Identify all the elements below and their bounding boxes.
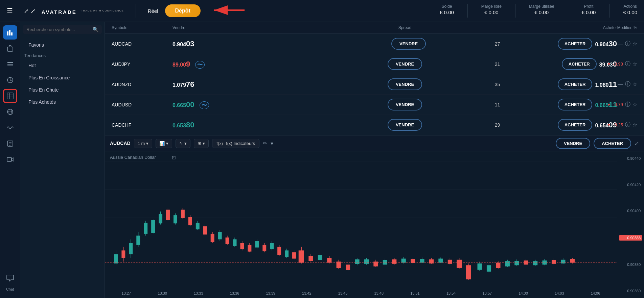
sidebar-icon-news[interactable] xyxy=(3,136,17,151)
time-label-10: 13:57 xyxy=(483,291,492,295)
search-box[interactable]: 🔍 xyxy=(23,25,102,34)
layout-btn[interactable]: ⊞ ▾ xyxy=(194,139,209,148)
sidebar-icon-menu[interactable] xyxy=(3,57,17,71)
svg-rect-80 xyxy=(299,250,304,263)
modifier-val-audjpy: -0.98 xyxy=(613,61,623,67)
info-icon-cadchf[interactable]: ⓘ xyxy=(625,121,630,128)
star-icon-audusd[interactable]: ☆ xyxy=(632,101,637,108)
chart-title: Aussie Canadian Dollar xyxy=(110,155,156,160)
sell-price-audusd: 0.66500 〜 xyxy=(172,100,233,109)
buy-cell-audnzd: ACHETER 1.08011 xyxy=(576,78,617,90)
spread-cell-cadchf: VENDRE xyxy=(391,119,418,131)
indicator-btn[interactable]: f(x) f(x) Indicateurs xyxy=(212,139,259,148)
sidebar-icon-chart[interactable] xyxy=(3,25,17,40)
search-input[interactable] xyxy=(26,27,93,32)
cursor-btn[interactable]: ↖ ▾ xyxy=(176,139,190,148)
svg-rect-100 xyxy=(392,259,396,264)
chart-type-btn[interactable]: 📊 ▾ xyxy=(156,139,172,148)
chart-acheter-btn[interactable]: ACHETER xyxy=(594,138,631,149)
table-row: AUDJPY 89.009 〜 VENDRE 21 ACHETER 89.030… xyxy=(105,54,644,74)
info-icon-audjpy[interactable]: ⓘ xyxy=(625,60,630,68)
star-icon-audjpy[interactable]: ☆ xyxy=(632,61,637,67)
timeframe-chevron: ▾ xyxy=(146,141,148,146)
sidebar-icon-video[interactable] xyxy=(3,152,17,167)
th-acheter: Acheter xyxy=(576,25,617,30)
watchlist-item-hot[interactable]: Hot xyxy=(24,59,100,72)
spread-cell-audnzd: VENDRE xyxy=(391,78,418,90)
watchlist-section: Favoris Tendances Hot Plus En Croissance… xyxy=(20,37,105,110)
svg-rect-46 xyxy=(174,215,177,223)
watchlist-item-chute[interactable]: Plus En Chute xyxy=(24,84,100,96)
modifier-val-audusd: -0.79 xyxy=(613,102,623,107)
vendre-btn-audjpy[interactable]: VENDRE xyxy=(388,58,422,70)
modifier-dash-audnzd: — xyxy=(618,81,623,88)
market-table: Symbole Vendre Spread Acheter Modifier, … xyxy=(105,22,644,135)
svg-rect-130 xyxy=(533,261,537,265)
svg-rect-110 xyxy=(438,258,443,263)
svg-rect-106 xyxy=(420,259,424,263)
price-label-1: 0.90420 xyxy=(619,183,642,187)
spread-val-audcad: 27 xyxy=(418,41,576,47)
acheter-btn-audjpy[interactable]: ACHETER xyxy=(562,58,597,70)
symbol-audnzd: AUDNZD xyxy=(112,82,172,87)
vendre-btn-cadchf[interactable]: VENDRE xyxy=(388,119,422,131)
star-icon-audnzd[interactable]: ☆ xyxy=(632,81,637,88)
chart-vendre-btn[interactable]: VENDRE xyxy=(556,138,590,149)
watchlist-item-croissance[interactable]: Plus En Croissance xyxy=(24,72,100,84)
time-label-4: 13:39 xyxy=(266,291,275,295)
sidebar-icon-table[interactable] xyxy=(3,89,17,103)
modifier-cell-cadchf: ▼ -0.25 ⓘ ☆ xyxy=(617,121,637,128)
menu-toggle-icon[interactable]: ☰ xyxy=(7,7,13,15)
watchlist-item-achetes[interactable]: Plus Achetés xyxy=(24,96,100,108)
svg-rect-138 xyxy=(570,259,575,263)
sidebar: Chat xyxy=(0,22,20,298)
svg-rect-136 xyxy=(561,260,565,264)
svg-rect-5 xyxy=(7,47,13,51)
depot-button[interactable]: Dépôt xyxy=(165,4,201,17)
sidebar-icon-portfolio[interactable] xyxy=(3,41,17,55)
vendre-btn-audusd[interactable]: VENDRE xyxy=(388,99,422,110)
svg-rect-120 xyxy=(487,265,491,272)
vendre-btn-audnzd[interactable]: VENDRE xyxy=(388,78,422,90)
svg-rect-70 xyxy=(262,245,266,251)
spread-val-cadchf: 29 xyxy=(418,122,576,128)
logo-ava-text: ⟋⟋ AVATRADE xyxy=(23,5,77,16)
chevron-cadchf: ▼ xyxy=(607,123,611,127)
svg-rect-134 xyxy=(552,260,556,264)
info-icon-audnzd[interactable]: ⓘ xyxy=(625,81,630,88)
stat-divider-4 xyxy=(609,4,610,18)
acheter-btn-audcad[interactable]: ACHETER xyxy=(558,38,593,50)
sell-price-cadchf: 0.65380 xyxy=(172,121,233,129)
indicator-fx-icon: f(x) xyxy=(216,141,223,146)
time-label-11: 14:00 xyxy=(519,291,528,295)
th-spread: Spread xyxy=(391,25,418,30)
info-icon-audcad[interactable]: ⓘ xyxy=(625,40,630,47)
chart-toolbar: AUDCAD 1 m ▾ 📊 ▾ ↖ ▾ ⊞ ▾ f(x) f(x) Indic… xyxy=(105,135,644,151)
info-icon-audusd[interactable]: ⓘ xyxy=(625,101,630,108)
star-icon-cadchf[interactable]: ☆ xyxy=(632,122,637,128)
watchlist-favoris[interactable]: Favoris xyxy=(24,39,100,51)
acheter-btn-audnzd[interactable]: ACHETER xyxy=(558,78,593,90)
acheter-btn-cadchf[interactable]: ACHETER xyxy=(558,119,593,131)
time-label-5: 13:42 xyxy=(302,291,312,295)
sidebar-icon-globe[interactable] xyxy=(3,105,17,119)
svg-rect-82 xyxy=(308,256,313,261)
sidebar-icon-chat[interactable] xyxy=(3,271,17,285)
sidebar-icon-history[interactable] xyxy=(3,73,17,87)
spread-cell-audjpy: VENDRE xyxy=(391,58,418,70)
star-icon-audcad[interactable]: ☆ xyxy=(632,41,637,47)
chart-type-chevron: ▾ xyxy=(166,141,168,146)
chart-area: Aussie Canadian Dollar ⊡ 0.90440 0.90420… xyxy=(105,151,644,298)
expand-icon[interactable]: ⤢ xyxy=(635,140,639,147)
spread-val-audjpy: 21 xyxy=(418,61,576,67)
sell-price-audcad: 0.90403 xyxy=(172,40,233,48)
wave-audusd: 〜 xyxy=(200,101,209,109)
draw-pencil-icon[interactable]: ✏ xyxy=(263,140,267,147)
svg-rect-50 xyxy=(188,217,192,225)
sidebar-icon-wave[interactable] xyxy=(3,121,17,135)
svg-rect-128 xyxy=(524,260,528,265)
acheter-btn-audusd[interactable]: ACHETER xyxy=(558,99,593,110)
draw-dropdown-icon[interactable]: ▾ xyxy=(271,140,273,147)
timeframe-selector[interactable]: 1 m ▾ xyxy=(134,139,153,148)
chart-expand-icon[interactable]: ⊡ xyxy=(172,155,176,160)
